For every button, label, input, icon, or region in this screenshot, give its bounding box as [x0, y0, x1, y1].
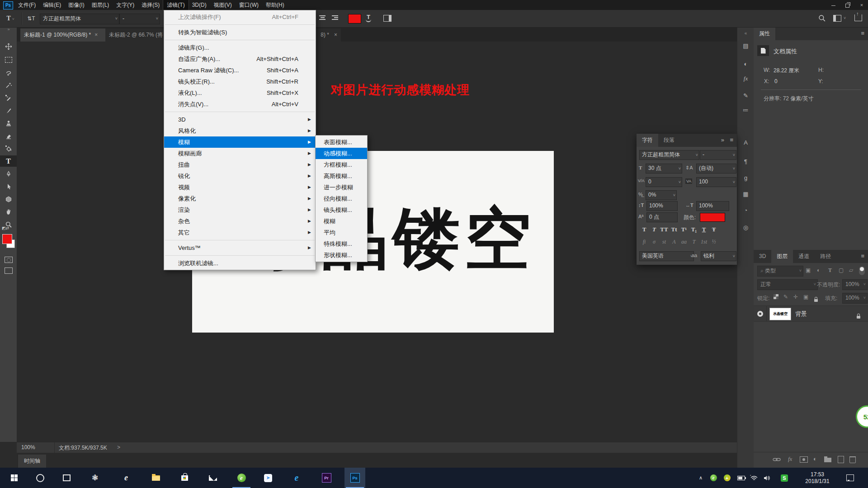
new-adjustment-layer-icon[interactable]: ◐ [813, 455, 817, 462]
new-layer-icon[interactable] [838, 456, 844, 463]
menu-help[interactable]: 帮助(H) [262, 0, 288, 10]
blend-mode-select[interactable]: 正常 ˅ [757, 279, 818, 290]
tab-properties[interactable]: 属性 [754, 27, 775, 40]
shape-tool[interactable] [0, 193, 17, 205]
menu-view[interactable]: 视图(V) [210, 0, 236, 10]
eraser-tool[interactable] [0, 130, 17, 141]
filter-adjustment-layers-icon[interactable]: ◐ [817, 267, 820, 273]
vertical-scale-input[interactable]: 100% [646, 201, 678, 211]
layer-style-fx-icon[interactable]: fx [788, 455, 792, 463]
paint-bucket-tool[interactable] [0, 143, 17, 154]
baseline-shift-input[interactable]: 0 点 [646, 212, 678, 222]
fill-input[interactable]: 100% ˅ [842, 293, 868, 304]
share-icon[interactable]: ↑ [854, 14, 862, 21]
file-explorer-icon[interactable] [146, 468, 166, 488]
tab-layers[interactable]: 图层 [771, 250, 793, 263]
menu-layer[interactable]: 图层(L) [88, 0, 113, 10]
minimize-button[interactable] [827, 0, 840, 10]
cortana-icon[interactable] [30, 468, 51, 488]
ligatures-button[interactable]: fi [639, 239, 649, 245]
font-size-select[interactable]: 30 点 ˅ [646, 164, 682, 174]
clone-source-icon[interactable]: ▤ [737, 41, 754, 52]
task-view-icon[interactable] [56, 468, 77, 488]
quick-mask-icon[interactable] [5, 257, 13, 263]
tab-channels[interactable]: 通道 [793, 250, 815, 263]
lock-transparency-icon[interactable] [774, 294, 778, 299]
menu-item-3d[interactable]: 3D▶ [164, 114, 316, 125]
submenu-item-smart-blur[interactable]: 特殊模糊... [316, 238, 367, 249]
hand-tool[interactable] [0, 206, 17, 217]
menu-item-stylize[interactable]: 风格化▶ [164, 125, 316, 136]
character-styles-icon[interactable]: A [737, 137, 754, 148]
lock-all-icon[interactable] [814, 296, 818, 304]
tray-safety-icon[interactable]: + [722, 468, 732, 488]
menu-item-filter-gallery[interactable]: 滤镜库(G)... [164, 42, 316, 53]
underline-button[interactable]: T [699, 226, 709, 233]
tool-preset-button[interactable]: T ˅ [4, 13, 17, 24]
zoom-level[interactable]: 100% [21, 444, 35, 450]
screen-mode-icon[interactable] [5, 267, 13, 274]
language-select[interactable]: 美国英语 ˅ [639, 251, 694, 261]
menu-item-sharpen[interactable]: 锐化▶ [164, 170, 316, 182]
superscript-button[interactable]: T¹ [679, 226, 689, 233]
ordinals-button[interactable]: 1st [699, 239, 709, 245]
menu-edit[interactable]: 编辑(E) [39, 0, 65, 10]
fractions-button[interactable]: ½ [709, 239, 719, 245]
tray-expand-icon[interactable]: ∧ [695, 468, 706, 488]
menu-item-other[interactable]: 其它▶ [164, 227, 316, 238]
panel-menu-icon[interactable]: ≡ [730, 136, 733, 143]
menu-item-noise[interactable]: 杂色▶ [164, 216, 316, 227]
tab-character[interactable]: 字符 [637, 134, 658, 147]
char-font-family-select[interactable]: 方正超粗黑简体 ˅ [639, 150, 699, 160]
toolbar-collapse-icon[interactable]: » [0, 27, 17, 32]
contextual-alternates-button[interactable]: σ [649, 239, 659, 245]
leading-select[interactable]: (自动) ˅ [696, 164, 736, 174]
char-font-style-select[interactable]: - ˅ [700, 150, 736, 160]
battery-icon[interactable] [735, 468, 747, 488]
menu-3d[interactable]: 3D(D) [189, 0, 210, 10]
subscript-button[interactable]: T₁ [689, 226, 699, 233]
char-color-swatch[interactable] [700, 213, 725, 222]
ie-browser-icon[interactable]: e [116, 468, 137, 488]
discretionary-ligatures-button[interactable]: st [659, 239, 669, 245]
adjustments-icon[interactable]: ◐ [737, 59, 754, 70]
menu-window[interactable]: 窗口(W) [236, 0, 262, 10]
menu-item-vanishing-point[interactable]: 消失点(V)...Alt+Ctrl+V [164, 99, 316, 110]
layer-name[interactable]: 背景 [795, 310, 807, 318]
timeline-tab[interactable]: 时间轴 [18, 455, 46, 468]
align-right-icon[interactable] [332, 15, 339, 21]
filter-pixel-layers-icon[interactable]: ▣ [806, 267, 811, 273]
photoshop-taskbar-icon[interactable]: Ps [344, 468, 365, 488]
link-layers-icon[interactable] [773, 457, 781, 462]
menu-item-vertus[interactable]: Vertus™▶ [164, 242, 316, 253]
faux-bold-button[interactable]: T [639, 226, 649, 233]
filter-type-layers-icon[interactable]: T [828, 267, 832, 274]
warp-text-icon[interactable]: T [364, 14, 373, 22]
collapse-panels-icon[interactable]: « [737, 28, 754, 39]
tab-paragraph[interactable]: 段落 [658, 134, 680, 147]
kerning-select[interactable]: 0 ˅ [646, 177, 682, 187]
start-button[interactable] [4, 468, 24, 488]
panel-expand-icon[interactable]: » [721, 136, 724, 143]
menu-item-adaptive-wide-angle[interactable]: 自适应广角(A)...Alt+Shift+Ctrl+A [164, 53, 316, 65]
tool-presets-icon[interactable]: ≔ [737, 105, 754, 116]
new-group-icon[interactable] [824, 456, 831, 462]
stylistic-alternates-button[interactable]: aa [679, 239, 689, 245]
menu-item-camera-raw[interactable]: Camera Raw 滤镜(C)...Shift+Ctrl+A [164, 65, 316, 76]
panel-menu-icon[interactable]: ≡ [861, 30, 864, 37]
layer-filter-toggle[interactable] [859, 266, 865, 275]
all-caps-button[interactable]: TT [659, 226, 669, 233]
close-tab-icon[interactable]: × [334, 28, 337, 42]
titling-alternates-button[interactable]: T [689, 239, 699, 245]
edge-browser-icon[interactable]: e [286, 468, 307, 488]
paragraph-styles-icon[interactable]: ¶ [737, 156, 754, 167]
menu-item-browse-filters-online[interactable]: 浏览联机滤镜... [164, 258, 316, 269]
layer-filter-select[interactable]: ⌕ 类型 ˅ [757, 266, 803, 277]
x-value[interactable]: 0 [774, 78, 778, 84]
document-properties-icon[interactable] [757, 45, 769, 56]
brush-settings-icon[interactable]: ✎ [737, 90, 754, 101]
menu-item-convert-smart-filter[interactable]: 转换为智能滤镜(S) [164, 27, 316, 38]
add-mask-icon[interactable] [800, 456, 808, 463]
menu-filter[interactable]: 滤镜(T) [163, 0, 188, 10]
menu-type[interactable]: 文字(Y) [113, 0, 138, 10]
